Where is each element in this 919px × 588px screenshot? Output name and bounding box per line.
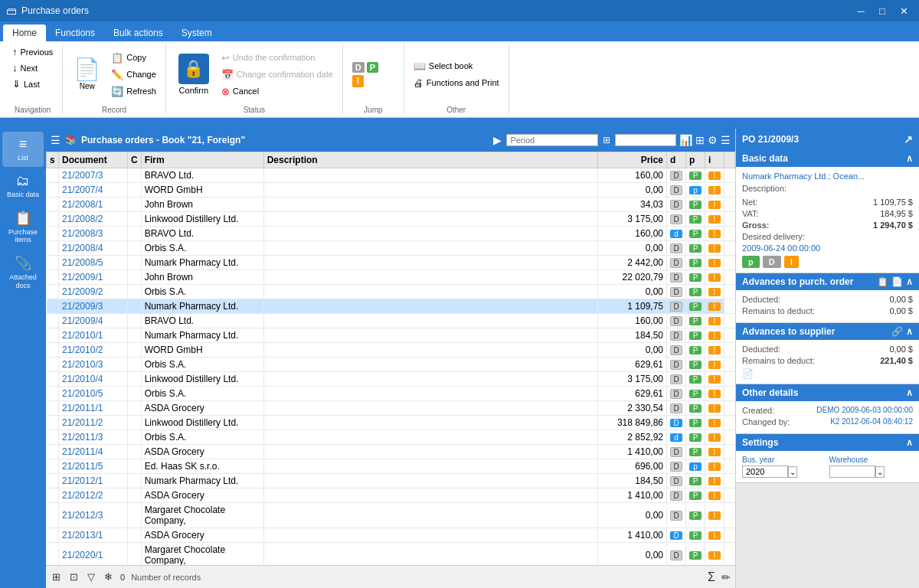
col-description[interactable]: Description: [263, 152, 597, 168]
vat-row: VAT: 184,95 $: [742, 209, 913, 218]
sup-doc-icon[interactable]: 📄: [742, 368, 913, 379]
bus-year-input[interactable]: [742, 466, 788, 478]
last-button[interactable]: ⇓ Last: [9, 77, 56, 91]
record-group-label: Record: [69, 106, 159, 114]
table-row[interactable]: 21/2010/1 Numark Pharmacy Ltd. 184,50 D …: [47, 328, 735, 343]
table-row[interactable]: 21/2011/5 Ed. Haas SK s.r.o. 696,00 D p …: [47, 459, 735, 474]
filter-icon[interactable]: ⊡: [68, 570, 80, 584]
select-book-button[interactable]: 📖 Select book: [410, 59, 502, 74]
expand-button[interactable]: ⊞: [51, 570, 62, 584]
table-row[interactable]: 21/2011/3 Orbis S.A. 2 852,92 d P I: [47, 430, 735, 445]
period-dropdown-icon[interactable]: ⊞: [603, 135, 610, 145]
table-row[interactable]: 21/2009/3 Numark Pharmacy Ltd. 1 109,75 …: [47, 299, 735, 314]
table-row[interactable]: 21/2008/1 John Brown 34,03 D P I: [47, 198, 735, 212]
warehouse-input[interactable]: [829, 466, 875, 478]
copy-button[interactable]: 📋 Copy: [108, 51, 159, 65]
table-row[interactable]: 21/2010/3 Orbis S.A. 629,61 D P I: [47, 358, 735, 372]
tab-bulk-actions[interactable]: Bulk actions: [104, 24, 172, 41]
tab-home[interactable]: Home: [3, 24, 46, 41]
advances-purch-icons: 📋 📄 ∧: [877, 276, 913, 287]
minimize-button[interactable]: ─: [852, 2, 870, 20]
undo-confirmation-button[interactable]: ↩ Undo the confirmation: [218, 51, 336, 65]
col-firm[interactable]: Firm: [141, 152, 263, 168]
table-row[interactable]: 21/2007/4 WORD GmbH 0,00 D p I: [47, 183, 735, 198]
table-row[interactable]: 21/2011/1 ASDA Grocery 2 330,54 D P I: [47, 401, 735, 416]
new-button[interactable]: 📄 New: [69, 56, 105, 93]
delivery-value-row: 2009-06-24 00:00:00: [742, 243, 913, 253]
sidebar-item-basic-data[interactable]: 🗂 Basic data: [2, 168, 44, 204]
sidebar-item-purchase-items[interactable]: 📋 Purchase items: [2, 205, 44, 250]
badge-p[interactable]: p: [742, 256, 760, 268]
book-nav-icon[interactable]: ▶: [493, 134, 502, 146]
table-row[interactable]: 21/2011/4 ASDA Grocery 1 410,00 D P I: [47, 445, 735, 459]
settings-icon-bar[interactable]: ⚙: [708, 134, 718, 146]
table-row[interactable]: 21/2013/1 ASDA Grocery 1 410,00 D P I: [47, 528, 735, 543]
table-row[interactable]: 21/2009/1 John Brown 22 020,79 D P I: [47, 270, 735, 285]
rp-settings-header[interactable]: Settings ∧: [736, 434, 919, 451]
chevron-up-icon: ∧: [906, 153, 913, 164]
tab-system[interactable]: System: [172, 24, 221, 41]
sum-icon[interactable]: Σ: [708, 570, 715, 584]
print-icon-bar[interactable]: 🖨: [666, 134, 676, 146]
refresh-button[interactable]: 🔄 Refresh: [108, 84, 159, 99]
table-row[interactable]: 21/2020/1 Margaret Chocolate Company, 0,…: [47, 543, 735, 566]
cancel-button[interactable]: ⊗ Cancel: [218, 84, 336, 99]
table-row[interactable]: 21/2010/5 Orbis S.A. 629,61 D P I: [47, 387, 735, 401]
functions-print-button[interactable]: 🖨 Functions and Print: [410, 76, 502, 90]
tab-functions[interactable]: Functions: [46, 24, 104, 41]
jump-d-badge[interactable]: D: [352, 62, 365, 73]
change-button[interactable]: ✏️ Change: [108, 67, 159, 82]
table-row[interactable]: 21/2009/4 BRAVO Ltd. 160,00 D P I: [47, 314, 735, 328]
maximize-button[interactable]: □: [873, 2, 891, 20]
sidebar-item-list[interactable]: ≡ List: [2, 132, 44, 167]
table-row[interactable]: 21/2007/3 BRAVO Ltd. 160,00 D P I: [47, 168, 735, 183]
book-menu-icon[interactable]: ☰: [51, 134, 61, 146]
confirm-icon[interactable]: 🔒: [178, 54, 209, 84]
menu-icon-bar[interactable]: ☰: [721, 134, 731, 146]
rp-advances-supplier-header[interactable]: Advances to supplier 🔗 ∧: [736, 323, 919, 340]
table-row[interactable]: 21/2010/2 WORD GmbH 0,00 D P I: [47, 343, 735, 358]
table-row[interactable]: 21/2008/3 BRAVO Ltd. 160,00 d P I: [47, 227, 735, 241]
nav-buttons: ↑ Previous ↓ Next ⇓ Last: [9, 44, 56, 104]
book-icon-small[interactable]: 📚: [65, 135, 77, 145]
previous-button[interactable]: ↑ Previous: [9, 44, 56, 59]
col-price[interactable]: Price: [598, 152, 667, 168]
rp-section-basic-data-header[interactable]: Basic data ∧: [736, 150, 919, 167]
jump-p-badge[interactable]: P: [367, 62, 378, 73]
table-row[interactable]: 21/2012/1 Numark Pharmacy Ltd. 184,50 D …: [47, 474, 735, 488]
badge-d[interactable]: D: [763, 256, 781, 268]
rp-advances-purch-header[interactable]: Advances to purch. order 📋 📄 ∧: [736, 273, 919, 290]
rp-section-settings: Settings ∧ Bus. year ⌄ Warehouse: [736, 434, 919, 483]
badge-i[interactable]: I: [784, 256, 799, 268]
doc-icon[interactable]: 📄: [891, 276, 903, 287]
edit-icon[interactable]: ✏: [721, 571, 731, 583]
table-row[interactable]: 21/2012/2 ASDA Grocery 1 410,00 D P I: [47, 488, 735, 503]
table-row[interactable]: 21/2008/2 Linkwood Distillery Ltd. 3 175…: [47, 212, 735, 227]
next-button[interactable]: ↓ Next: [9, 60, 56, 75]
grid-icon-bar[interactable]: ⊞: [695, 134, 705, 146]
chart-icon-bar[interactable]: 📊: [679, 134, 692, 146]
warehouse-dropdown-icon[interactable]: ⌄: [875, 466, 885, 478]
table-row[interactable]: 21/2010/4 Linkwood Distillery Ltd. 3 175…: [47, 372, 735, 387]
jump-i-badge[interactable]: I: [352, 75, 364, 87]
snowflake-icon[interactable]: ❄: [103, 570, 114, 584]
rp-other-details-header[interactable]: Other details ∧: [736, 384, 919, 401]
bus-year-dropdown-icon[interactable]: ⌄: [788, 466, 797, 478]
other-buttons: 📖 Select book 🖨 Functions and Print: [410, 44, 502, 104]
table-row[interactable]: 21/2008/4 Orbis S.A. 0,00 D P I: [47, 241, 735, 256]
period-input[interactable]: [506, 134, 598, 146]
rp-external-icon[interactable]: ↗: [904, 133, 913, 145]
confirm-wrapper: 🔒 Confirm: [172, 51, 215, 98]
table-row[interactable]: 21/2011/2 Linkwood Distillery Ltd. 318 8…: [47, 416, 735, 430]
table-container[interactable]: s Document C Firm Description Price d p …: [46, 152, 735, 565]
filter2-icon[interactable]: ▽: [86, 570, 96, 584]
copy-doc-icon[interactable]: 📋: [877, 276, 888, 287]
table-row[interactable]: 21/2009/2 Orbis S.A. 0,00 D P I: [47, 285, 735, 299]
change-confirmation-date-button[interactable]: 📅 Change confirmation date: [218, 67, 336, 82]
link-icon[interactable]: 🔗: [891, 326, 903, 337]
sidebar-item-attached-docs[interactable]: 📎 Attached docs: [2, 250, 44, 295]
table-row[interactable]: 21/2012/3 Margaret Chocolate Company, 0,…: [47, 503, 735, 528]
close-button[interactable]: ✕: [894, 2, 913, 20]
table-row[interactable]: 21/2008/5 Numark Pharmacy Ltd. 2 442,00 …: [47, 256, 735, 270]
col-document[interactable]: Document: [59, 152, 128, 168]
